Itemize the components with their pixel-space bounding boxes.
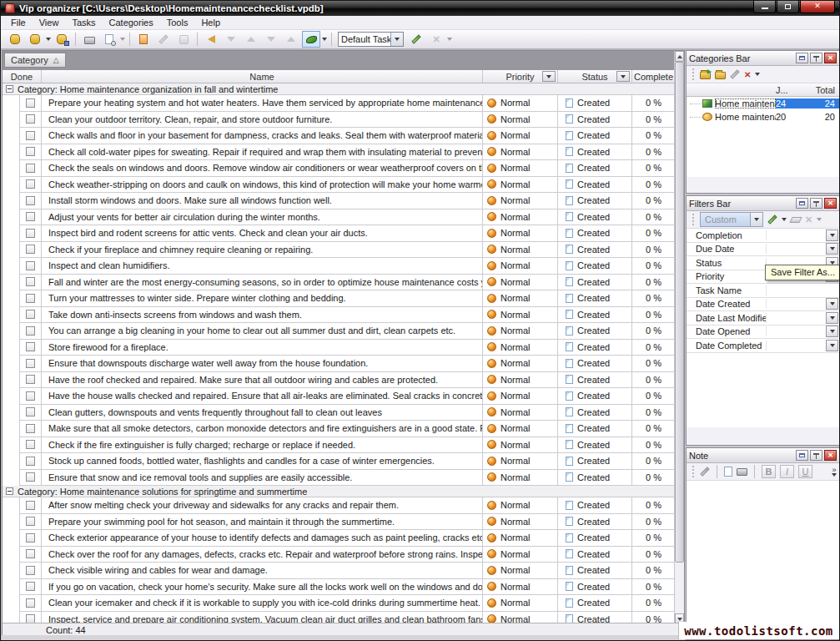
status-cell[interactable]: Created [558,323,632,339]
priority-cell[interactable]: Normal [483,595,558,611]
task-checkbox[interactable] [26,359,35,368]
preset-dropdown-button[interactable] [750,213,762,226]
template-overflow-icon[interactable] [447,38,452,41]
move-to-top-button[interactable] [282,31,300,48]
priority-cell[interactable]: Normal [483,112,558,128]
task-row[interactable]: Make sure that all smoke detectors, carb… [19,421,675,437]
menu-view[interactable]: View [33,17,66,28]
delete-category-icon[interactable]: ✕ [744,70,751,79]
new-subcategory-icon[interactable] [715,72,726,79]
panel-pin-button[interactable] [810,53,822,63]
task-checkbox[interactable] [26,326,35,336]
task-row[interactable]: Prepare your heating system and hot wate… [19,95,675,112]
task-checkbox[interactable] [26,310,35,319]
priority-cell[interactable]: Normal [483,421,558,437]
task-row[interactable]: Fall and winter are the most energy-cons… [19,275,675,291]
save-note-icon[interactable] [700,467,709,476]
restore-button[interactable] [777,1,799,13]
open-database-button[interactable] [26,31,44,48]
task-row[interactable]: Check walls and floor in your basement f… [19,128,675,144]
task-row[interactable]: After snow melting check your driveway a… [19,497,675,514]
filter-dropdown-button[interactable] [826,298,838,310]
task-checkbox[interactable] [26,407,35,416]
task-checkbox[interactable] [26,501,35,510]
vertical-scrollbar[interactable] [674,51,684,624]
priority-cell[interactable]: Normal [483,290,558,306]
priority-cell[interactable]: Normal [483,514,558,530]
task-row[interactable]: Have the roof checked and repaired. Make… [19,372,675,389]
status-cell[interactable]: Created [558,193,632,209]
task-checkbox[interactable] [26,212,35,221]
task-row[interactable]: Check all cold-water pipes for sweating.… [19,144,675,161]
priority-cell[interactable]: Normal [483,323,558,339]
filter-row[interactable]: Completion [687,229,839,243]
task-checkbox[interactable] [26,375,35,384]
status-cell[interactable]: Created [558,209,632,225]
task-row[interactable]: Stock up canned foods, bottled water, fl… [19,453,675,470]
task-checkbox[interactable] [26,98,35,108]
task-checkbox[interactable] [26,533,35,543]
move-to-bottom-button[interactable] [262,31,280,48]
move-up-button[interactable] [242,31,260,48]
menu-tasks[interactable]: Tasks [65,17,102,28]
priority-cell[interactable]: Normal [483,193,558,209]
status-cell[interactable]: Created [558,579,632,595]
menu-tools[interactable]: Tools [160,17,195,28]
priority-cell[interactable]: Normal [483,470,558,486]
close-button[interactable]: ✕ [800,1,835,13]
priority-filter-button[interactable] [542,71,556,82]
task-checkbox[interactable] [26,549,35,558]
priority-cell[interactable]: Normal [483,177,558,193]
task-row[interactable]: Prepare your swimming pool for hot seaso… [19,514,675,531]
task-row[interactable]: Turn your mattresses to winter side. Pre… [19,290,675,307]
priority-cell[interactable]: Normal [483,563,558,578]
filter-row[interactable]: Date Last Modified [687,311,839,326]
task-row[interactable]: Check the seals on windows and doors. Re… [19,160,675,177]
save-filter-dropdown-icon[interactable] [782,218,787,221]
priority-cell[interactable]: Normal [483,128,558,144]
panel-close-button[interactable]: ✕ [824,450,837,461]
status-filter-button[interactable] [616,71,630,82]
priority-cell[interactable]: Normal [483,144,558,160]
scrollbar-thumb[interactable] [675,62,684,563]
status-cell[interactable]: Created [558,112,632,128]
status-cell[interactable]: Created [558,470,632,486]
task-row[interactable]: Clean gutters, downspouts and vents freq… [19,405,675,421]
status-cell[interactable]: Created [558,497,632,513]
task-row[interactable]: Check visible wiring and cables for wear… [19,563,675,579]
panel-pin-button[interactable] [810,450,822,461]
task-checkbox[interactable] [26,424,35,433]
filters-overflow-icon[interactable] [817,218,822,221]
task-checkbox[interactable] [26,566,35,575]
status-cell[interactable]: Created [558,95,632,111]
panel-restore-button[interactable] [796,53,808,63]
priority-cell[interactable]: Normal [483,372,558,388]
priority-cell[interactable]: Normal [483,405,558,421]
task-row[interactable]: Store firewood for a fireplace.NormalCre… [19,340,675,356]
note-preview-icon[interactable] [724,467,732,477]
status-cell[interactable]: Created [558,258,632,274]
status-cell[interactable]: Created [558,563,632,578]
task-row[interactable]: Check if your fireplace and chimney requ… [19,242,675,259]
notifications-dropdown-icon[interactable] [322,38,327,41]
cancel-filter-icon[interactable]: ✕ [805,215,812,225]
status-cell[interactable]: Created [558,290,632,306]
note-content[interactable] [687,481,839,638]
task-checkbox[interactable] [26,440,35,449]
collapse-icon[interactable] [6,85,13,93]
priority-cell[interactable]: Normal [483,437,558,453]
task-row[interactable]: Check if the fire extinguisher is fully … [19,437,675,454]
filter-dropdown-button[interactable] [826,230,838,241]
scroll-up-button[interactable] [675,51,684,62]
priority-cell[interactable]: Normal [483,579,558,595]
status-cell[interactable]: Created [558,177,632,193]
task-row[interactable]: Ensure that snow and ice removal tools a… [19,470,675,487]
filter-preset-combo[interactable]: Custom [700,212,763,227]
priority-cell[interactable]: Normal [483,340,558,356]
task-checkbox[interactable] [26,472,35,482]
new-database-button[interactable] [6,31,24,48]
task-checkbox[interactable] [26,114,35,124]
priority-cell[interactable]: Normal [483,258,558,274]
status-cell[interactable]: Created [558,421,632,437]
send-task-button[interactable] [202,31,220,48]
